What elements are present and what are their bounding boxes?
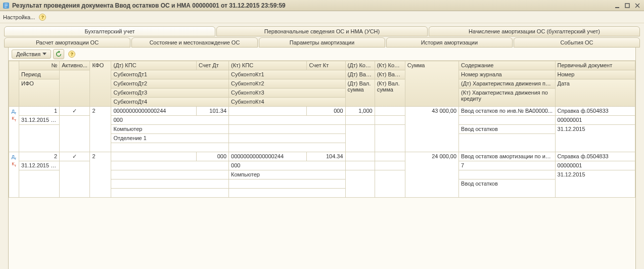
- cell-dtval: [345, 161, 375, 170]
- col-dtval[interactable]: (Дт) Валю...: [345, 70, 375, 79]
- tab-initial-info[interactable]: Первоначальные сведения ОС и НМА (УСН): [216, 26, 428, 36]
- tabs-row-2: Расчет амортизации ОС Состояние и местон…: [4, 37, 640, 48]
- tab-deprec-params[interactable]: Параметры амортизации: [259, 37, 385, 48]
- table-row[interactable]: ДтКт2✓200000000000000000244104.3424 000,…: [9, 152, 635, 161]
- cell-docnum: 00000001: [555, 116, 635, 125]
- cell-subdt3: Отделение 1: [111, 134, 229, 143]
- actions-bar: Действия ?: [9, 48, 635, 61]
- cell-schdt: 000: [196, 152, 228, 161]
- col-dtvalsum[interactable]: (Дт) Вал. сумма: [345, 79, 375, 107]
- settings-link[interactable]: Настройка...: [3, 14, 35, 20]
- tabs-container: Бухгалтерский учет Первоначальные сведен…: [0, 23, 644, 269]
- cell-ktval: [375, 161, 405, 170]
- col-ktkol[interactable]: (Кт) Коли...: [375, 61, 405, 70]
- col-subdt1[interactable]: СубконтоДт1: [111, 70, 229, 79]
- cell-ktvalsum: [375, 170, 405, 198]
- cell-active-blank: [60, 161, 90, 198]
- tabs-row-1: Бухгалтерский учет Первоначальные сведен…: [4, 26, 640, 36]
- col-dtkol[interactable]: (Дт) Коли...: [345, 61, 375, 70]
- col-journal[interactable]: Номер журнала: [459, 70, 555, 79]
- col-subkt1[interactable]: СубконтоКт1: [229, 70, 346, 79]
- cell-kfo: 2: [90, 107, 111, 152]
- tab-accounting[interactable]: Бухгалтерский учет: [4, 26, 215, 36]
- tab-state-location[interactable]: Состояние и местонахождение ОС: [131, 37, 258, 48]
- tab-deprec-history[interactable]: История амортизации: [386, 37, 513, 48]
- tab-deprec-calc[interactable]: Расчет амортизации ОС: [4, 37, 130, 48]
- cell-dtvalsum: [345, 125, 375, 152]
- content-panel: Действия ? № Актив: [8, 48, 636, 269]
- col-dtkps[interactable]: (Дт) КПС: [111, 61, 196, 70]
- col-marker[interactable]: [9, 61, 19, 107]
- cell-sod3: Ввод остатков: [459, 125, 555, 134]
- header-row-1: № Активно... КФО (Дт) КПС Счет Дт (Кт) К…: [9, 61, 635, 70]
- cell-num: 2: [19, 152, 60, 161]
- cell-kfo: 2: [90, 152, 111, 198]
- col-dtmov[interactable]: (Дт) Характеристика движения по...: [459, 79, 555, 88]
- col-schdt[interactable]: Счет Дт: [196, 61, 228, 70]
- col-subdt3[interactable]: СубконтоДт3: [111, 88, 229, 98]
- actions-menu-button[interactable]: Действия: [12, 50, 51, 59]
- help-icon[interactable]: ?: [39, 14, 46, 21]
- col-ktkps[interactable]: (Кт) КПС: [229, 61, 307, 70]
- cell-ifo: [19, 170, 60, 198]
- cell-period: 31.12.2015 23:59:59: [19, 161, 60, 170]
- cell-subkt3: [229, 134, 346, 143]
- data-grid[interactable]: № Активно... КФО (Дт) КПС Счет Дт (Кт) К…: [9, 61, 635, 269]
- col-subkt4[interactable]: СубконтоКт4: [229, 98, 346, 107]
- cell-schkt: 104.34: [307, 152, 345, 161]
- col-ktval[interactable]: (Кт) Валю...: [375, 70, 405, 79]
- cell-subdt4: [111, 189, 229, 198]
- col-ifo[interactable]: ИФО: [19, 79, 60, 107]
- cell-subdt1: [111, 161, 229, 170]
- col-subdt4[interactable]: СубконтоДт4: [111, 98, 229, 107]
- col-docdate[interactable]: Дата: [555, 79, 635, 107]
- col-sum[interactable]: Сумма: [405, 61, 458, 107]
- col-subkt2[interactable]: СубконтоКт2: [229, 79, 346, 88]
- cell-subkt2: [229, 125, 346, 134]
- cell-doc: Справка ф.0504833: [555, 107, 635, 116]
- col-active[interactable]: Активно...: [60, 61, 90, 70]
- cell-ktval: [375, 116, 405, 125]
- table-row[interactable]: ДтКт1✓200000000000000244101.340001,00043…: [9, 107, 635, 116]
- col-docnum[interactable]: Номер: [555, 70, 635, 79]
- grid-table: № Активно... КФО (Дт) КПС Счет Дт (Кт) К…: [9, 61, 635, 198]
- col-ktvalsum[interactable]: (Кт) Вал. сумма: [375, 79, 405, 107]
- cell-dtvalsum: [345, 170, 375, 198]
- cell-active-blank: [60, 116, 90, 152]
- close-button[interactable]: [633, 2, 642, 9]
- tab-events[interactable]: События ОС: [514, 37, 640, 48]
- refresh-button[interactable]: [53, 49, 64, 59]
- app-icon: [2, 2, 10, 10]
- cell-docdate: 31.12.2015: [555, 170, 635, 198]
- cell-subkt4: [229, 143, 346, 152]
- cell-sod4: [459, 134, 555, 152]
- cell-sum: 43 000,00: [405, 107, 458, 152]
- col-doc[interactable]: Первичный документ: [555, 61, 635, 70]
- col-kfo[interactable]: КФО: [90, 61, 111, 107]
- cell-sod3: [459, 170, 555, 180]
- minimize-button[interactable]: [613, 2, 622, 9]
- help-button[interactable]: ?: [68, 51, 75, 58]
- cell-subdt3: [111, 180, 229, 189]
- cell-dtkol: [345, 152, 375, 161]
- cell-schkt: 000: [307, 107, 345, 116]
- maximize-button[interactable]: [623, 2, 632, 9]
- col-subdt2[interactable]: СубконтоДт2: [111, 79, 229, 88]
- cell-sum: 24 000,00: [405, 152, 458, 198]
- col-schkt[interactable]: Счет Кт: [307, 61, 345, 70]
- window-title: Результат проведения документа Ввод оста…: [12, 2, 286, 9]
- col-active-blank[interactable]: [60, 70, 90, 107]
- col-subkt3[interactable]: СубконтоКт3: [229, 88, 346, 98]
- cell-subdt4: [111, 143, 229, 152]
- tab-depreciation-calc-accounting[interactable]: Начисление амортизации ОС (бухгалтерский…: [429, 26, 640, 36]
- cell-sod: Ввод остатков амортизации по ин...: [459, 152, 555, 161]
- col-period[interactable]: Период: [19, 70, 60, 79]
- cell-sod2: 7: [459, 161, 555, 170]
- col-sod[interactable]: Содержание: [459, 61, 555, 70]
- cell-sod: Ввод остатков по инв.№ ВА00000...: [459, 107, 555, 116]
- cell-ktkps: 00000000000000244: [229, 152, 307, 161]
- cell-ktvalsum: [375, 125, 405, 152]
- col-num[interactable]: №: [19, 61, 60, 70]
- row-marker: ДтКт: [9, 107, 19, 152]
- col-ktmov[interactable]: (Кт) Характеристика движения по кредиту: [459, 88, 555, 107]
